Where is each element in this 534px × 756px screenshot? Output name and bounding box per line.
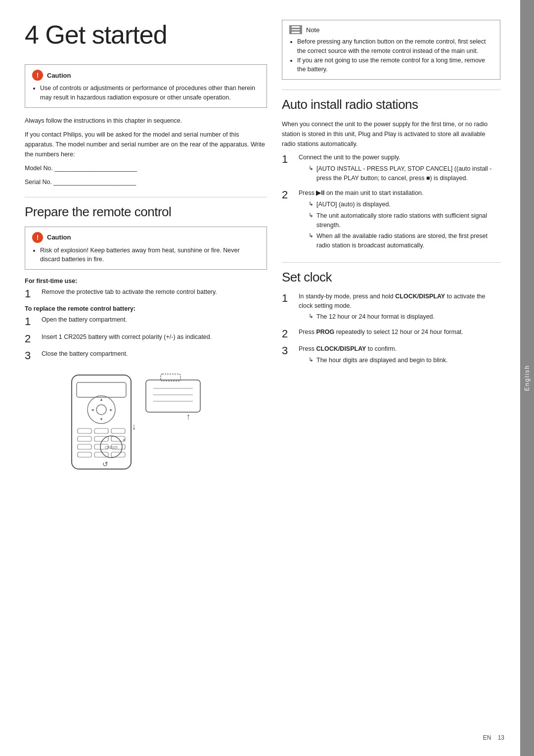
auto-step-1-arrow: ↳ [AUTO INSTALL - PRESS PLAY, STOP CANCE… <box>309 164 500 183</box>
side-tab-label: English <box>524 365 531 391</box>
svg-text:CR2025: CR2025 <box>105 446 118 449</box>
divider-2 <box>282 90 500 90</box>
auto-step-1-text: Connect the unit to the power supply. <box>299 154 400 161</box>
clock-step-3-arrow: ↳ The hour digits are displayed and begi… <box>309 356 500 365</box>
note-header: Note <box>289 25 493 34</box>
caution-icon-2: ! <box>32 232 43 243</box>
intro-text-1: Always follow the instructions in this c… <box>25 116 267 126</box>
auto-step-2-arrow2: ↳ The unit automatically store radio sta… <box>309 211 500 230</box>
note-title: Note <box>306 26 319 34</box>
step-replace-3: 3 Close the battery compartment. <box>25 349 267 362</box>
svg-rect-0 <box>72 375 131 469</box>
svg-text:↺: ↺ <box>102 460 108 468</box>
note-bullet-1: Before pressing any function button on t… <box>297 37 493 56</box>
svg-rect-10 <box>111 428 125 433</box>
svg-text:↓: ↓ <box>132 422 136 431</box>
note-bullet-2: If you are not going to use the remote c… <box>297 56 493 75</box>
caution-body-1: Use of controls or adjustments or perfor… <box>32 84 260 102</box>
model-label: Model No. ________________________ <box>25 163 267 173</box>
svg-rect-11 <box>78 436 91 441</box>
svg-text:×: × <box>123 437 126 443</box>
auto-step-2: 2 Press ▶II on the main unit to start in… <box>282 189 500 252</box>
clock-step-3-text: Press CLOCK/DISPLAY to confirm. <box>299 345 397 352</box>
auto-step-1: 1 Connect the unit to the power supply. … <box>282 153 500 185</box>
section2-heading: Auto install radio stations <box>282 97 500 112</box>
step-replace-2: 2 Insert 1 CR2025 battery with correct p… <box>25 332 267 345</box>
svg-text:►: ► <box>109 408 113 412</box>
firstuse-label: For first-time use: <box>25 278 267 284</box>
caution-box-2: ! Caution Risk of explosion! Keep batter… <box>25 227 267 270</box>
svg-point-3 <box>96 405 106 415</box>
svg-text:◄: ◄ <box>90 408 94 412</box>
svg-rect-1 <box>77 382 126 397</box>
svg-text:▼: ▼ <box>99 417 103 422</box>
svg-rect-17 <box>78 452 91 457</box>
clock-step-2-text: Press PROG repeatedly to select 12 hour … <box>299 329 463 335</box>
step-firstuse-1: 1 Remove the protective tab to activate … <box>25 287 267 300</box>
replace-label: To replace the remote control battery: <box>25 305 267 312</box>
clock-step-1-arrow: ↳ The 12 hour or 24 hour format is displ… <box>309 312 500 322</box>
caution-body-2: Risk of explosion! Keep batteries away f… <box>32 246 260 265</box>
section2-intro: When you connect the unit to the power s… <box>282 119 500 149</box>
divider-1 <box>25 197 267 197</box>
side-tab: English <box>520 0 534 756</box>
auto-step-2-text: Press ▶II on the main unit to start inst… <box>299 189 424 196</box>
page-title: 4 Get started <box>25 20 267 49</box>
note-body: Before pressing any function button on t… <box>289 37 493 74</box>
caution-title-1: Caution <box>47 72 71 79</box>
page-footer: EN 13 <box>483 734 504 741</box>
caution-header-1: ! Caution <box>32 70 260 81</box>
svg-rect-25 <box>146 380 200 412</box>
svg-rect-9 <box>94 428 108 433</box>
section1-heading: Prepare the remote control <box>25 204 267 220</box>
left-column: 4 Get started ! Caution Use of controls … <box>25 20 267 736</box>
divider-3 <box>282 262 500 263</box>
caution-icon-1: ! <box>32 70 43 81</box>
intro-text-2: If you contact Philips, you will be aske… <box>25 130 267 159</box>
clock-step-1-text: In standy-by mode, press and hold CLOCK/… <box>299 293 486 309</box>
clock-step-2: 2 Press PROG repeatedly to select 12 hou… <box>282 328 500 340</box>
remote-image: ▲ ▼ ◄ ► <box>25 368 267 481</box>
caution-box-1: ! Caution Use of controls or adjustments… <box>25 64 267 108</box>
right-column: Note Before pressing any function button… <box>282 20 500 736</box>
remote-control-svg: ▲ ▼ ◄ ► <box>67 370 225 479</box>
clock-step-3: 3 Press CLOCK/DISPLAY to confirm. ↳ The … <box>282 344 500 367</box>
step-replace-1: 1 Open the battery compartment. <box>25 315 267 328</box>
serial-label: Serial No. ________________________ <box>25 177 267 187</box>
note-icon <box>289 25 302 34</box>
caution-header-2: ! Caution <box>32 232 260 243</box>
section3-heading: Set clock <box>282 270 500 285</box>
caution-title-2: Caution <box>47 234 71 241</box>
svg-rect-8 <box>78 428 91 433</box>
auto-step-2-arrow3: ↳ When all the available radio stations … <box>309 232 500 250</box>
note-box: Note Before pressing any function button… <box>282 20 500 80</box>
auto-step-2-arrow1: ↳ [AUTO] (auto) is displayed. <box>309 200 500 209</box>
svg-text:↑: ↑ <box>186 412 191 422</box>
svg-rect-14 <box>78 444 91 449</box>
clock-step-1: 1 In standy-by mode, press and hold CLOC… <box>282 292 500 324</box>
svg-text:▲: ▲ <box>99 397 103 402</box>
